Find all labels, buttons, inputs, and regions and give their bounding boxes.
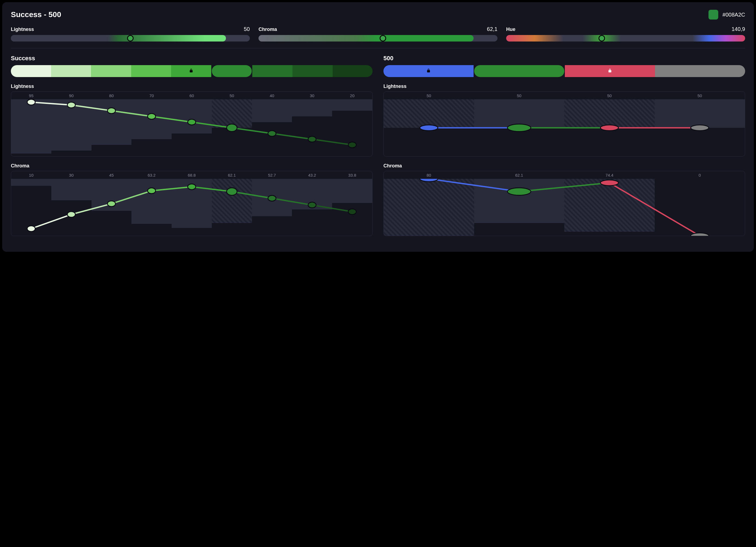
page-title: Success - 500 <box>11 10 61 19</box>
chart-tick: 50 <box>564 93 655 98</box>
lightness-value: 50 <box>244 26 250 32</box>
palette-swatch[interactable] <box>51 65 91 77</box>
chart-point[interactable] <box>348 209 356 215</box>
chroma-thumb[interactable] <box>380 35 386 42</box>
chart-point[interactable] <box>67 102 75 108</box>
success-palette <box>11 65 373 77</box>
svg-line-12 <box>192 187 232 192</box>
chart-tick: 95 <box>11 93 51 98</box>
chart-point[interactable] <box>147 188 156 194</box>
chart-point[interactable] <box>308 202 316 208</box>
chart-point[interactable] <box>691 233 709 236</box>
chart-point[interactable] <box>227 188 237 195</box>
svg-line-11 <box>152 187 192 191</box>
palette-swatch[interactable] <box>383 65 474 77</box>
palette-swatch[interactable] <box>212 65 252 77</box>
svg-line-13 <box>232 192 272 198</box>
chart-tick: 40 <box>252 93 292 98</box>
chart-point[interactable] <box>420 125 438 131</box>
svg-line-15 <box>312 205 352 212</box>
chroma-slider[interactable] <box>259 35 497 42</box>
chart-tick: 62.1 <box>212 173 252 178</box>
chart-tick: 10 <box>11 173 51 178</box>
palette-swatch[interactable] <box>171 65 211 77</box>
hue-value: 140,9 <box>732 26 745 32</box>
palette-swatch[interactable] <box>655 65 745 77</box>
chart-point[interactable] <box>420 179 438 182</box>
chart-tick: 62.1 <box>474 173 565 178</box>
chart-point[interactable] <box>147 114 156 119</box>
chart-tick: 52.7 <box>252 173 292 178</box>
svg-line-1 <box>71 105 112 111</box>
chart-tick: 0 <box>655 173 745 178</box>
palette-swatch[interactable] <box>252 65 292 77</box>
chart-point[interactable] <box>27 99 35 105</box>
svg-line-2 <box>111 111 152 116</box>
lightness-slider-block: Lightness 50 <box>11 26 250 42</box>
chart-point[interactable] <box>268 195 276 201</box>
left-lightness-label: Lightness <box>11 84 373 89</box>
chart-tick: 43.2 <box>292 173 332 178</box>
palette-swatch[interactable] <box>565 65 655 77</box>
chart-point[interactable] <box>508 124 531 131</box>
left-lightness-chart[interactable]: 959080706050403020 <box>11 91 373 157</box>
chart-tick: 50 <box>655 93 745 98</box>
svg-line-7 <box>312 139 352 145</box>
palette-swatch[interactable] <box>91 65 131 77</box>
chart-point[interactable] <box>308 137 316 142</box>
hex-value: #008A2C <box>723 12 745 18</box>
chart-point[interactable] <box>600 180 619 186</box>
svg-line-4 <box>192 122 232 128</box>
lightness-slider[interactable] <box>11 35 250 42</box>
svg-line-8 <box>31 214 71 229</box>
chart-point[interactable] <box>227 124 237 131</box>
left-chroma-chart[interactable]: 10304563.268.862.152.743.233.8 <box>11 171 373 236</box>
svg-line-9 <box>71 204 112 214</box>
chart-point[interactable] <box>348 142 356 148</box>
palette-swatch[interactable] <box>131 65 171 77</box>
lightness-thumb[interactable] <box>127 35 134 42</box>
right-lightness-chart[interactable]: 50505050 <box>383 91 745 157</box>
right-lightness-label: Lightness <box>383 84 745 89</box>
chart-point[interactable] <box>268 131 276 137</box>
chart-point[interactable] <box>188 119 196 125</box>
chart-point[interactable] <box>508 188 531 195</box>
right-chroma-chart[interactable]: 8062.174.40 <box>383 171 745 236</box>
header: Success - 500 #008A2C <box>11 10 745 20</box>
hue-label: Hue <box>506 27 515 32</box>
chart-tick: 50 <box>384 93 474 98</box>
chart-tick: 50 <box>212 93 252 98</box>
chroma-slider-block: Chroma 62,1 <box>259 26 497 42</box>
chart-tick: 45 <box>92 173 132 178</box>
chart-point[interactable] <box>108 108 116 114</box>
chart-point[interactable] <box>108 201 116 207</box>
chart-tick: 33.8 <box>332 173 372 178</box>
chart-point[interactable] <box>600 125 619 131</box>
chart-tick: 63.2 <box>131 173 172 178</box>
chart-point[interactable] <box>188 184 196 190</box>
chart-point[interactable] <box>67 212 75 217</box>
svg-line-0 <box>31 102 71 105</box>
left-chroma-label: Chroma <box>11 163 373 169</box>
chart-point[interactable] <box>691 125 709 131</box>
svg-line-21 <box>609 183 700 236</box>
svg-line-3 <box>152 116 192 122</box>
chart-tick: 30 <box>292 93 332 98</box>
left-title: Success <box>11 55 373 62</box>
chart-tick: 68.8 <box>172 173 212 178</box>
chart-tick: 70 <box>131 93 172 98</box>
palette-swatch[interactable] <box>11 65 51 77</box>
chart-point[interactable] <box>27 226 35 232</box>
lock-icon <box>426 68 431 74</box>
hue-slider-block: Hue 140,9 <box>506 26 745 42</box>
palette-swatch[interactable] <box>474 65 564 77</box>
right-column: 500 Lightness 50505050 Chroma 8062.174.4… <box>383 55 745 243</box>
500-palette <box>383 65 745 77</box>
svg-line-6 <box>272 134 312 139</box>
svg-line-14 <box>272 198 312 205</box>
hue-slider[interactable] <box>506 35 745 42</box>
hue-thumb[interactable] <box>599 35 605 42</box>
palette-swatch[interactable] <box>333 65 373 77</box>
chart-tick: 50 <box>474 93 565 98</box>
palette-swatch[interactable] <box>292 65 333 77</box>
